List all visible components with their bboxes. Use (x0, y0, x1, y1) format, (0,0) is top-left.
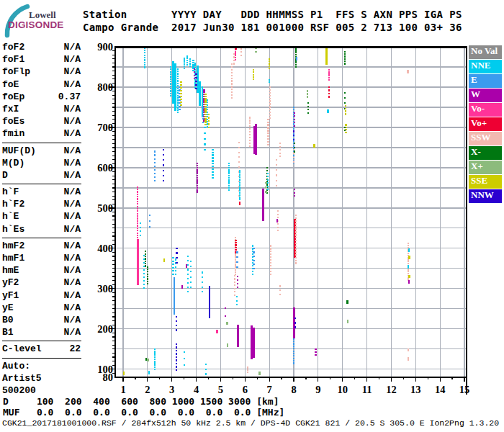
svg-text:11: 11 (362, 384, 372, 395)
legend-item-e: E (469, 74, 502, 88)
legend-item-vo-: Vo- (469, 103, 502, 117)
legend-item-x+: X+ (469, 161, 502, 174)
svg-text:800: 800 (97, 81, 113, 93)
plot-grid (115, 47, 467, 377)
svg-text:200: 200 (97, 323, 113, 335)
svg-text:10: 10 (337, 384, 348, 395)
digisonde-ionogram-viewer: { "logo": {"top": "Lowell", "bottom": "D… (0, 0, 504, 432)
svg-text:500: 500 (97, 202, 113, 214)
svg-text:300: 300 (97, 283, 113, 294)
svg-text:900: 900 (97, 41, 113, 53)
svg-text:4: 4 (194, 384, 199, 395)
svg-text:80: 80 (103, 372, 114, 383)
axis-ticks (109, 51, 464, 382)
svg-text:600: 600 (97, 162, 113, 174)
svg-text:7: 7 (267, 384, 272, 395)
svg-text:13: 13 (410, 384, 421, 395)
direction-legend: No ValNNEEWVo-Vo+SSWX-X+SSENNW (469, 45, 503, 204)
y-axis-labels: 90080070060050040030020010080 (97, 41, 113, 383)
legend-item-noval: No Val (469, 45, 502, 59)
svg-text:5: 5 (218, 384, 223, 395)
legend-item-sse: SSE (469, 175, 502, 189)
legend-item-w: W (469, 89, 502, 102)
legend-item-x-: X- (469, 146, 502, 160)
svg-text:3: 3 (169, 384, 174, 395)
muf-row: MUF 0.0 0.0 0.0 0.0 0.0 0.0 0.0 0.0 [MHz… (3, 408, 284, 418)
svg-text:2: 2 (145, 384, 150, 395)
plot-border (114, 46, 467, 395)
svg-text:6: 6 (243, 384, 248, 395)
svg-text:8: 8 (291, 384, 296, 395)
legend-item-nne: NNE (469, 60, 502, 73)
svg-text:12: 12 (386, 384, 397, 395)
status-line: CGK21_2017181001000.RSF / 284fx512h 50 k… (2, 418, 499, 428)
ionogram-plot: 9008007006005004003002001008012345678910… (0, 0, 504, 432)
svg-text:15: 15 (459, 384, 470, 395)
svg-text:9: 9 (315, 384, 320, 395)
legend-item-ssw: SSW (469, 132, 502, 145)
legend-item-nnw: NNW (469, 189, 502, 203)
svg-text:700: 700 (97, 122, 113, 133)
d-row: D 100 200 400 600 800 1000 1500 3000 [km… (3, 397, 284, 408)
svg-text:400: 400 (97, 243, 113, 254)
legend-item-vo+: Vo+ (469, 117, 502, 131)
svg-text:14: 14 (435, 384, 446, 395)
svg-text:1: 1 (120, 384, 125, 395)
distance-muf-footer: D 100 200 400 600 800 1000 1500 3000 [km… (3, 397, 284, 418)
x-axis-labels: 123456789101112131415 (120, 384, 469, 395)
